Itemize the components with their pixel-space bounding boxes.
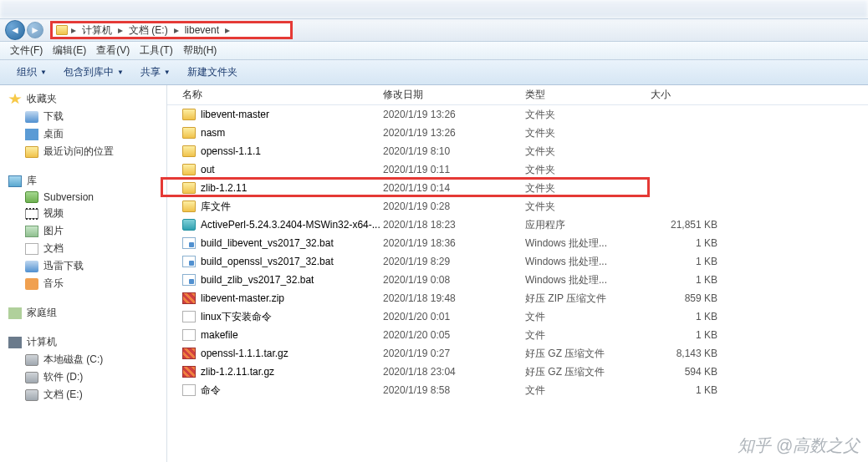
sidebar-xunlei[interactable]: 迅雷下载 [5,257,166,275]
file-type: 应用程序 [525,218,651,232]
sidebar-video[interactable]: 视频 [5,205,166,222]
menu-bar: 文件(F) 编辑(E) 查看(V) 工具(T) 帮助(H) [0,42,868,60]
file-name: out [201,164,215,175]
file-date: 2020/1/19 0:14 [383,182,525,194]
file-size: 1 KB [651,311,734,322]
zip-icon [182,366,196,378]
file-row[interactable]: openssl-1.1.12020/1/19 8:10文件夹 [167,142,868,160]
menu-view[interactable]: 查看(V) [91,43,135,58]
sidebar-edisk[interactable]: 文档 (E:) [5,386,166,404]
sidebar-documents[interactable]: 文档 [5,240,166,257]
folder-icon [182,164,196,175]
file-name: openssl-1.1.1 [201,145,261,157]
crumb-drive[interactable]: 文档 (E:) [126,23,171,38]
menu-help[interactable]: 帮助(H) [178,43,222,58]
crumb-folder[interactable]: libevent [182,24,222,36]
forward-button[interactable]: ► [27,22,43,38]
folder-icon [182,109,196,120]
title-bar [0,0,868,18]
computer-icon [8,337,22,348]
menu-edit[interactable]: 编辑(E) [48,43,91,58]
folder-icon [182,201,196,212]
crumb-computer[interactable]: 计算机 [79,23,115,38]
file-type: 好压 GZ 压缩文件 [525,365,651,379]
sidebar-ddisk[interactable]: 软件 (D:) [5,368,166,386]
address-bar[interactable]: ▸ 计算机 ▸ 文档 (E:) ▸ libevent ▸ [50,21,293,39]
sidebar-libraries[interactable]: 库 [5,172,166,190]
file-name: zlib-1.2.11.tar.gz [201,366,274,378]
chevron-down-icon: ▼ [40,69,47,76]
file-name: zlib-1.2.11 [201,182,247,194]
sidebar-svn[interactable]: Subversion [5,190,166,205]
col-type[interactable]: 类型 [525,88,651,102]
column-headers[interactable]: 名称 修改日期 类型 大小 [167,85,868,105]
sidebar-computer[interactable]: 计算机 [5,333,166,351]
file-name: ActivePerl-5.24.3.2404-MSWin32-x64-... [201,219,380,231]
file-row[interactable]: zlib-1.2.11.tar.gz2020/1/18 23:04好压 GZ 压… [167,363,868,381]
tool-include[interactable]: 包含到库中▼ [55,65,132,79]
tool-organize[interactable]: 组织▼ [8,65,55,79]
file-name: 库文件 [201,200,231,214]
sidebar-desktop[interactable]: 桌面 [5,125,166,143]
col-date[interactable]: 修改日期 [383,88,525,102]
chevron-right-icon: ▸ [71,24,76,36]
download-icon [25,111,38,123]
file-row[interactable]: build_libevent_vs2017_32.bat2020/1/19 18… [167,234,868,252]
file-row[interactable]: build_zlib_vs2017_32.bat2020/1/19 0:08Wi… [167,271,868,289]
file-icon [182,384,196,396]
file-date: 2020/1/20 0:01 [383,311,525,322]
sidebar-music[interactable]: 音乐 [5,275,166,292]
file-date: 2020/1/19 13:26 [383,127,525,139]
file-type: 好压 GZ 压缩文件 [525,347,651,361]
file-name: makefile [201,329,238,341]
sidebar-favorites[interactable]: 收藏夹 [5,90,166,108]
file-row[interactable]: zlib-1.2.112020/1/19 0:14文件夹 [167,179,868,197]
tool-share[interactable]: 共享▼ [132,65,179,79]
file-size: 594 KB [651,366,734,378]
disk-icon [25,354,38,366]
col-size[interactable]: 大小 [651,88,734,102]
file-type: 文件 [525,383,651,398]
bat-icon [182,256,196,267]
exe-icon [182,219,196,231]
file-row[interactable]: 命令2020/1/19 8:58文件1 KB [167,381,868,399]
file-row[interactable]: ActivePerl-5.24.3.2404-MSWin32-x64-...20… [167,216,868,234]
sidebar-recent[interactable]: 最近访问的位置 [5,143,166,160]
download-icon [25,261,38,272]
file-name: build_libevent_vs2017_32.bat [201,237,334,249]
col-name[interactable]: 名称 [182,88,383,102]
file-row[interactable]: nasm2020/1/19 13:26文件夹 [167,124,868,142]
menu-file[interactable]: 文件(F) [5,43,48,58]
file-name: 命令 [201,383,221,398]
file-row[interactable]: 库文件2020/1/19 0:28文件夹 [167,197,868,216]
back-button[interactable]: ◄ [5,20,25,40]
sidebar-downloads[interactable]: 下载 [5,108,166,125]
file-name: libevent-master [201,109,269,120]
file-name: build_openssl_vs2017_32.bat [201,256,334,267]
file-row[interactable]: linux下安装命令2020/1/20 0:01文件1 KB [167,307,868,326]
chevron-down-icon: ▼ [117,69,124,76]
file-size: 1 KB [651,237,734,249]
file-date: 2020/1/19 18:36 [383,237,525,249]
sidebar-homegroup[interactable]: 家庭组 [5,304,166,322]
file-row[interactable]: makefile2020/1/20 0:05文件1 KB [167,326,868,344]
file-row[interactable]: libevent-master.zip2020/1/18 19:48好压 ZIP… [167,289,868,307]
file-row[interactable]: build_openssl_vs2017_32.bat2020/1/19 8:2… [167,252,868,271]
file-size: 1 KB [651,329,734,341]
file-row[interactable]: out2020/1/19 0:11文件夹 [167,160,868,179]
file-size: 8,143 KB [651,348,734,359]
sidebar-pictures[interactable]: 图片 [5,222,166,240]
star-icon [8,94,22,105]
tool-newfolder[interactable]: 新建文件夹 [179,65,246,79]
disk-icon [25,372,38,383]
file-row[interactable]: openssl-1.1.1.tar.gz2020/1/19 0:27好压 GZ … [167,344,868,363]
file-row[interactable]: libevent-master2020/1/19 13:26文件夹 [167,105,868,124]
file-date: 2020/1/19 8:10 [383,145,525,157]
library-icon [8,175,22,187]
sidebar-cdisk[interactable]: 本地磁盘 (C:) [5,351,166,368]
file-type: Windows 批处理... [525,273,651,287]
file-type: 文件夹 [525,145,651,159]
menu-tools[interactable]: 工具(T) [135,43,177,58]
music-icon [25,278,38,290]
sidebar: 收藏夹 下载 桌面 最近访问的位置 库 Subversion 视频 图片 文档 … [0,85,167,462]
